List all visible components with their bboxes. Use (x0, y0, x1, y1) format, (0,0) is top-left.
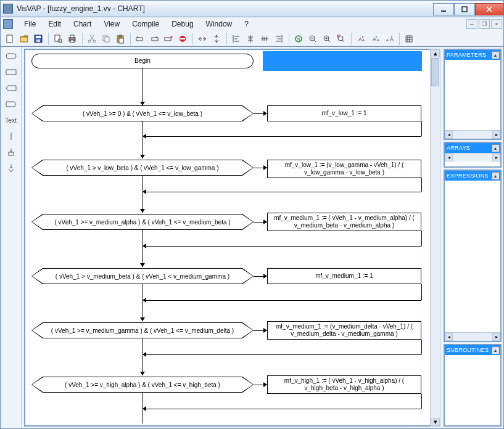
node-decision[interactable]: ( vVeh_1 >= v_medium_alpha ) & ( vVeh_1 … (31, 214, 254, 230)
panel-collapse-icon[interactable]: ▴ (492, 51, 500, 59)
svg-rect-16 (119, 35, 122, 37)
tb-font-reset[interactable]: AA (368, 32, 382, 46)
tb-grid[interactable] (402, 32, 416, 46)
tb-stop[interactable] (176, 32, 189, 46)
canvas[interactable]: Begin ( vVeh_1 >= 0 ) & ( vVeh_1 <= v_lo… (24, 49, 440, 427)
menu-view[interactable]: View (97, 18, 126, 30)
panel-title: PARAMETERS (447, 52, 486, 58)
close-button[interactable] (475, 3, 503, 15)
panel-body[interactable] (445, 181, 500, 332)
pal-text[interactable]: Text (3, 113, 19, 127)
tb-flip-v[interactable] (210, 32, 223, 46)
svg-text:N: N (297, 36, 300, 42)
panel-body[interactable] (445, 60, 500, 130)
svg-rect-10 (70, 40, 74, 43)
tb-redo[interactable] (147, 32, 161, 46)
tb-paste[interactable] (114, 32, 127, 46)
scroll-down-icon[interactable]: ▾ (431, 418, 440, 426)
svg-point-12 (93, 40, 96, 43)
svg-rect-36 (6, 70, 16, 75)
tb-zoom-fit[interactable] (334, 32, 348, 46)
scroll-up-icon[interactable]: ▴ (431, 49, 440, 57)
panel-body[interactable] (445, 355, 500, 425)
menu-debug[interactable]: Debug (165, 18, 199, 30)
svg-text:A: A (377, 38, 379, 42)
right-panels: PARAMETERS▴ ◂▸ ARRAYS▴ ◂▸ EXPRESSIONS▴ ◂… (442, 47, 503, 428)
svg-rect-0 (441, 10, 446, 12)
tb-cut[interactable] (85, 32, 99, 46)
tb-align-center-v[interactable] (258, 32, 271, 46)
panel-hscrollbar[interactable]: ◂▸ (445, 153, 500, 161)
pal-decision-left[interactable] (3, 81, 19, 95)
tb-home[interactable]: N (292, 32, 305, 46)
selected-block[interactable] (263, 51, 422, 71)
tb-save[interactable] (31, 32, 45, 46)
node-action[interactable]: mf_v_medium_1 := ( vVeh_1 - v_medium_alp… (267, 213, 421, 231)
svg-rect-6 (55, 35, 60, 41)
node-decision[interactable]: ( vVeh_1 > v_medium_beta ) & ( vVeh_1 < … (31, 268, 254, 284)
node-action[interactable]: mf_v_low_1 := 1 (267, 105, 421, 121)
svg-text:A: A (386, 38, 389, 42)
shape-palette: Text (1, 47, 22, 428)
svg-rect-5 (36, 39, 40, 42)
minimize-button[interactable] (433, 3, 454, 15)
tb-flip-h[interactable] (196, 32, 209, 46)
node-decision[interactable]: ( vVeh_1 >= 0 ) & ( vVeh_1 <= v_low_beta… (31, 105, 254, 121)
svg-rect-40 (9, 152, 14, 155)
mdi-restore-button[interactable]: ❐ (479, 19, 490, 29)
tb-zoom-in[interactable] (320, 32, 334, 46)
window-title: VisVAP - [fuzzy_engine_1.vv - CHART] (17, 4, 433, 13)
node-action[interactable]: mf_v_medium_1 := (v_medium_delta - vVeh_… (267, 321, 421, 340)
menu-file[interactable]: File (18, 18, 42, 30)
mdi-close-button[interactable]: × (491, 19, 502, 29)
panel-hscrollbar[interactable]: ◂▸ (445, 332, 500, 341)
workarea: Text Begin ( vVeh_1 >= 0 ) & ( vVeh_1 <=… (0, 47, 504, 429)
tb-zoom-out[interactable] (306, 32, 320, 46)
canvas-shell: Begin ( vVeh_1 >= 0 ) & ( vVeh_1 <= v_lo… (22, 47, 442, 428)
panel-collapse-icon[interactable]: ▴ (492, 144, 500, 152)
node-decision[interactable]: ( vVeh_1 >= v_medium_gamma ) & ( vVeh_1 … (31, 322, 254, 338)
menu-window[interactable]: Window (200, 18, 239, 30)
tb-font-larger[interactable]: AA (382, 32, 396, 46)
panel-collapse-icon[interactable]: ▴ (492, 346, 500, 354)
panel-hscrollbar[interactable]: ◂▸ (445, 130, 500, 139)
tb-font-smaller[interactable]: AA (354, 32, 368, 46)
panel-title: SUBROUTINES (447, 347, 489, 353)
pal-connector-out[interactable] (3, 161, 19, 175)
svg-rect-2 (7, 35, 12, 43)
menubar: File Edit Chart View Compile Debug Windo… (0, 17, 504, 31)
panel-collapse-icon[interactable]: ▴ (492, 172, 500, 180)
node-action[interactable]: mf_v_high_1 := ( vVeh_1 - v_high_alpha) … (267, 375, 421, 394)
scroll-thumb[interactable] (431, 58, 439, 86)
svg-point-27 (338, 36, 343, 41)
tb-print[interactable] (65, 32, 79, 46)
menu-chart[interactable]: Chart (67, 18, 97, 30)
pal-decision-right[interactable] (3, 97, 19, 111)
node-action[interactable]: mf_v_medium_1 := 1 (267, 268, 421, 284)
node-decision[interactable]: ( vVeh_1 >= v_high_alpha ) & ( vVeh_1 <=… (31, 377, 254, 393)
tb-print-preview[interactable] (51, 32, 65, 46)
pal-line[interactable] (3, 129, 19, 143)
tb-delete[interactable] (162, 32, 175, 46)
tb-align-right[interactable] (272, 32, 286, 46)
menu-edit[interactable]: Edit (42, 18, 67, 30)
tb-new[interactable] (3, 32, 17, 46)
node-action[interactable]: mf_v_low_1 := (v_low_gamma - vVeh_1) / (… (267, 160, 421, 178)
pal-connector-in[interactable] (3, 145, 19, 159)
node-decision[interactable]: ( vVeh_1 > v_low_beta ) & ( vVeh_1 <= v_… (31, 160, 254, 176)
pal-process[interactable] (3, 65, 19, 79)
canvas-vscrollbar[interactable]: ▴ ▾ (430, 49, 440, 427)
tb-copy[interactable] (99, 32, 113, 46)
tb-open[interactable] (17, 32, 31, 46)
mdi-minimize-button[interactable]: – (466, 19, 477, 29)
pal-terminator[interactable] (3, 49, 19, 63)
svg-rect-18 (136, 38, 143, 41)
menu-compile[interactable]: Compile (126, 18, 165, 30)
app-icon (3, 4, 13, 14)
menu-help[interactable]: ? (238, 18, 255, 30)
tb-align-left[interactable] (229, 32, 243, 46)
tb-align-center-h[interactable] (244, 32, 257, 46)
maximize-button[interactable] (454, 3, 475, 15)
node-begin[interactable]: Begin (31, 54, 254, 68)
tb-undo[interactable] (133, 32, 147, 46)
